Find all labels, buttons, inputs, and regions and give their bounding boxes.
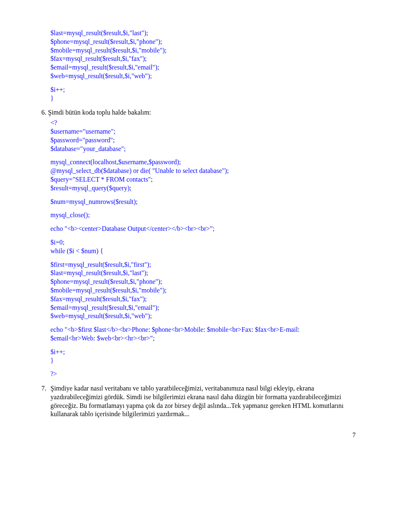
code-line: $result=mysql_query($query); xyxy=(50,184,356,193)
list-item-6: 6. Şimdi bütün koda toplu halde bakalım: xyxy=(41,108,356,117)
code-line: $fax=mysql_result($result,$i,"fax"); xyxy=(50,295,356,304)
code-block-5: $num=mysql_numrows($result); xyxy=(50,198,356,206)
list-text: Şimdi bütün koda toplu halde bakalım: xyxy=(48,109,151,116)
code-line: } xyxy=(50,357,356,365)
list-text: Şimdiye kadar nasıl veritabanı ve tablo … xyxy=(50,384,356,419)
list-number: 6. xyxy=(41,109,46,116)
code-line: $web=mysql_result($result,$i,"web"); xyxy=(50,312,356,321)
code-line: $i++; xyxy=(50,86,356,94)
code-line: <? xyxy=(50,119,356,127)
code-line: $mobile=mysql_result($result,$i,"mobile"… xyxy=(50,46,356,55)
code-line: $email=mysql_result($result,$i,"email"); xyxy=(50,304,356,312)
code-block-11: $i++; } xyxy=(50,348,356,365)
code-line: echo "<b>$first $last</b><br>Phone: $pho… xyxy=(50,326,356,334)
code-line: $mobile=mysql_result($result,$i,"mobile"… xyxy=(50,286,356,295)
code-line: $last=mysql_result($result,$i,"last"); xyxy=(50,269,356,278)
code-line: $phone=mysql_result($result,$i,"phone"); xyxy=(50,38,356,46)
code-line: } xyxy=(50,94,356,103)
code-line: $fax=mysql_result($result,$i,"fax"); xyxy=(50,55,356,63)
code-line: $query="SELECT * FROM contacts"; xyxy=(50,175,356,184)
code-line: $num=mysql_numrows($result); xyxy=(50,198,356,206)
code-block-8: $i=0; while ($i < $num) { xyxy=(50,238,356,256)
code-line: $username="username"; xyxy=(50,127,356,136)
code-line: $phone=mysql_result($result,$i,"phone"); xyxy=(50,278,356,286)
code-block-4: mysql_connect(localhost,$username,$passw… xyxy=(50,158,356,192)
code-line: @mysql_select_db($database) or die( "Una… xyxy=(50,167,356,175)
code-block-3: <? $username="username"; $password="pass… xyxy=(50,119,356,153)
code-line: $web=mysql_result($result,$i,"web"); xyxy=(50,72,356,81)
code-line: $password="password"; xyxy=(50,136,356,145)
code-block-6: mysql_close(); xyxy=(50,211,356,220)
code-block-2: $i++; } xyxy=(50,86,356,103)
code-block-7: echo "<b><center>Database Output</center… xyxy=(50,225,356,233)
code-line: $email<br>Web: $web<br><hr><br>"; xyxy=(50,334,356,343)
code-block-9: $first=mysql_result($result,$i,"first");… xyxy=(50,261,356,321)
code-line: $email=mysql_result($result,$i,"email"); xyxy=(50,63,356,72)
code-line: $first=mysql_result($result,$i,"first"); xyxy=(50,261,356,269)
code-line: ?> xyxy=(50,370,356,379)
code-line: mysql_close(); xyxy=(50,211,356,220)
code-line: $i++; xyxy=(50,348,356,357)
code-line: $last=mysql_result($result,$i,"last"); xyxy=(50,29,356,38)
list-item-7: 7. Şimdiye kadar nasıl veritabanı ve tab… xyxy=(41,384,356,419)
code-block-1: $last=mysql_result($result,$i,"last"); $… xyxy=(50,29,356,81)
list-number: 7. xyxy=(41,384,50,419)
code-line: $database="your_database"; xyxy=(50,145,356,153)
code-block-10: echo "<b>$first $last</b><br>Phone: $pho… xyxy=(50,326,356,343)
code-line: mysql_connect(localhost,$username,$passw… xyxy=(50,158,356,167)
document-page: $last=mysql_result($result,$i,"last"); $… xyxy=(41,29,356,440)
code-line: $i=0; xyxy=(50,238,356,247)
code-line: while ($i < $num) { xyxy=(50,247,356,256)
page-number: 7 xyxy=(41,431,356,440)
code-line: echo "<b><center>Database Output</center… xyxy=(50,225,356,233)
code-block-12: ?> xyxy=(50,370,356,379)
